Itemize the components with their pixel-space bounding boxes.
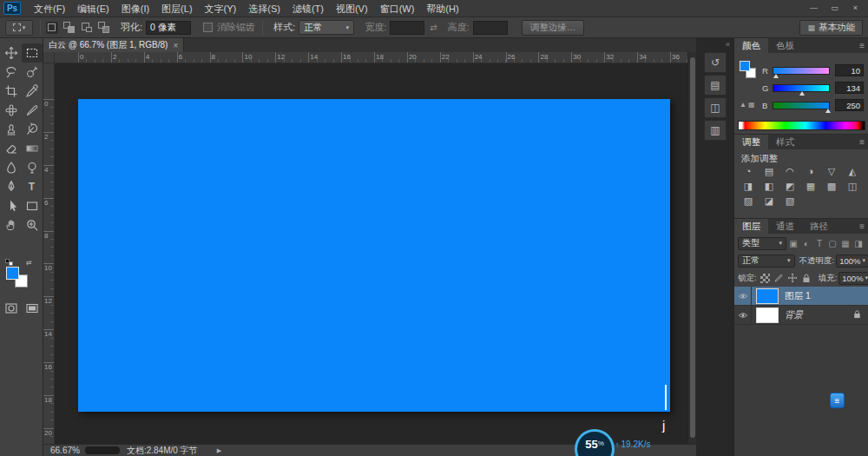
menu-edit[interactable]: 编辑(E): [71, 0, 115, 17]
menu-view[interactable]: 视图(V): [330, 0, 374, 17]
red-value-field[interactable]: 10: [835, 64, 864, 76]
foreground-color-swatch[interactable]: [6, 267, 19, 280]
tab-styles[interactable]: 样式: [768, 135, 802, 149]
menu-layer[interactable]: 图层(L): [155, 0, 198, 17]
refine-edge-button[interactable]: 调整边缘…: [522, 20, 585, 36]
smart-object-filter-icon[interactable]: ▦: [839, 239, 852, 248]
subtract-from-selection-icon[interactable]: [81, 22, 93, 34]
floating-input-method-icon[interactable]: ≡: [830, 393, 845, 408]
path-selection-tool[interactable]: [1, 196, 22, 215]
tab-adjustments[interactable]: 调整: [734, 135, 768, 149]
black-white-icon[interactable]: ◧: [760, 180, 778, 193]
eyedropper-tool[interactable]: [22, 82, 43, 101]
gamut-warning-icon[interactable]: ▲▦: [740, 101, 756, 109]
menu-type[interactable]: 文字(Y): [199, 0, 243, 17]
filter-toggle-icon[interactable]: ◨: [852, 239, 865, 248]
color-spectrum-ramp[interactable]: [738, 121, 865, 130]
blue-slider[interactable]: [773, 102, 830, 109]
workspace-switcher[interactable]: ▦ 基本功能: [799, 20, 863, 36]
posterize-icon[interactable]: ▨: [740, 195, 757, 208]
channel-mixer-icon[interactable]: ▦: [802, 180, 819, 193]
crop-tool[interactable]: [1, 82, 22, 101]
brush-presets-panel-icon[interactable]: ▥: [704, 120, 727, 141]
opacity-field[interactable]: 100% ▾: [836, 254, 868, 268]
dodge-tool[interactable]: [22, 158, 43, 177]
canvas[interactable]: [78, 99, 670, 412]
red-slider[interactable]: [773, 67, 830, 75]
layer-thumbnail[interactable]: [756, 288, 779, 304]
curves-icon[interactable]: ◠: [781, 165, 799, 178]
properties-panel-icon[interactable]: ▤: [704, 75, 727, 96]
horizontal-ruler[interactable]: 024681012141618202224262830323436: [55, 52, 687, 63]
history-brush-tool[interactable]: [22, 120, 43, 139]
menu-window[interactable]: 窗口(W): [374, 0, 421, 17]
fill-field[interactable]: 100% ▾: [838, 272, 868, 285]
tab-layers[interactable]: 图层: [734, 219, 768, 234]
exposure-icon[interactable]: ◑: [802, 165, 819, 178]
layer-row-background[interactable]: 背景: [734, 306, 868, 325]
panel-menu-icon[interactable]: ≡: [859, 38, 865, 53]
tool-preset-chip[interactable]: ▾: [5, 20, 33, 36]
menu-image[interactable]: 图像(I): [115, 0, 155, 17]
color-balance-icon[interactable]: ◨: [740, 180, 757, 193]
status-menu-arrow-icon[interactable]: ▶: [217, 447, 221, 454]
vertical-scrollbar[interactable]: [687, 52, 696, 444]
menu-select[interactable]: 选择(S): [242, 0, 286, 17]
scrollbar-thumb[interactable]: [690, 57, 695, 438]
type-layer-filter-icon[interactable]: T: [813, 239, 825, 248]
link-dimensions-icon[interactable]: ⇄: [430, 23, 437, 32]
minimize-button[interactable]: —: [806, 2, 821, 14]
adjustment-layer-filter-icon[interactable]: ◐: [800, 239, 812, 248]
swap-colors-icon[interactable]: ⇄: [26, 259, 32, 267]
photo-filter-icon[interactable]: ◩: [781, 180, 799, 193]
tab-close-icon[interactable]: ×: [173, 41, 178, 50]
new-selection-icon[interactable]: [46, 22, 58, 34]
layer-thumbnail[interactable]: [756, 307, 779, 323]
default-colors-icon[interactable]: [5, 259, 14, 266]
zoom-level[interactable]: 66.67%: [50, 446, 80, 455]
style-dropdown[interactable]: 正常 ▾: [299, 20, 354, 35]
lock-all-icon[interactable]: [801, 273, 812, 283]
color-lookup-icon[interactable]: ▩: [823, 180, 840, 193]
spot-healing-brush-tool[interactable]: [1, 101, 22, 120]
layer-name[interactable]: 图层 1: [785, 290, 811, 302]
hue-saturation-icon[interactable]: ◭: [844, 165, 861, 178]
lock-transparency-icon[interactable]: [760, 274, 770, 283]
clone-stamp-tool[interactable]: [1, 120, 22, 139]
blend-mode-dropdown[interactable]: 正常 ▾: [738, 254, 795, 268]
lock-pixels-icon[interactable]: [773, 273, 784, 283]
panel-menu-icon[interactable]: ≡: [859, 219, 865, 234]
layer-visibility-toggle[interactable]: [734, 306, 752, 325]
rectangular-marquee-tool[interactable]: [22, 43, 43, 63]
layer-name[interactable]: 背景: [785, 309, 803, 321]
levels-icon[interactable]: ▤: [760, 165, 778, 178]
info-panel-icon[interactable]: ◫: [704, 97, 727, 118]
anti-alias-checkbox[interactable]: [203, 23, 213, 32]
layer-visibility-toggle[interactable]: [734, 287, 752, 306]
filter-kind-dropdown[interactable]: 类型 ▾: [738, 237, 786, 250]
intersect-selection-icon[interactable]: [98, 22, 110, 34]
expand-panels-icon[interactable]: «: [726, 40, 730, 49]
document-tab[interactable]: 白云 @ 66.7% (图层 1, RGB/8) ×: [43, 38, 184, 52]
lasso-tool[interactable]: [1, 63, 22, 82]
menu-help[interactable]: 帮助(H): [420, 0, 464, 17]
vertical-ruler[interactable]: 02468101214161820: [43, 63, 55, 444]
eraser-tool[interactable]: [1, 139, 22, 158]
brush-tool[interactable]: [22, 101, 43, 120]
add-to-selection-icon[interactable]: [63, 22, 76, 34]
quick-mask-button[interactable]: [1, 299, 22, 318]
move-tool[interactable]: [1, 43, 22, 63]
blue-value-field[interactable]: 250: [835, 99, 864, 111]
menu-filter[interactable]: 滤镜(T): [286, 0, 330, 17]
gradient-map-icon[interactable]: ▧: [781, 195, 799, 208]
threshold-icon[interactable]: ◪: [760, 195, 778, 208]
invert-icon[interactable]: ◫: [844, 180, 861, 193]
pixel-layer-filter-icon[interactable]: ▣: [787, 239, 799, 248]
pen-tool[interactable]: [1, 177, 22, 196]
brightness-contrast-icon[interactable]: ◔: [740, 165, 757, 178]
rectangle-shape-tool[interactable]: [22, 196, 43, 215]
zoom-tool[interactable]: [22, 215, 43, 235]
feather-input[interactable]: [146, 21, 191, 35]
green-value-field[interactable]: 134: [835, 82, 864, 94]
hand-tool[interactable]: [1, 215, 22, 235]
